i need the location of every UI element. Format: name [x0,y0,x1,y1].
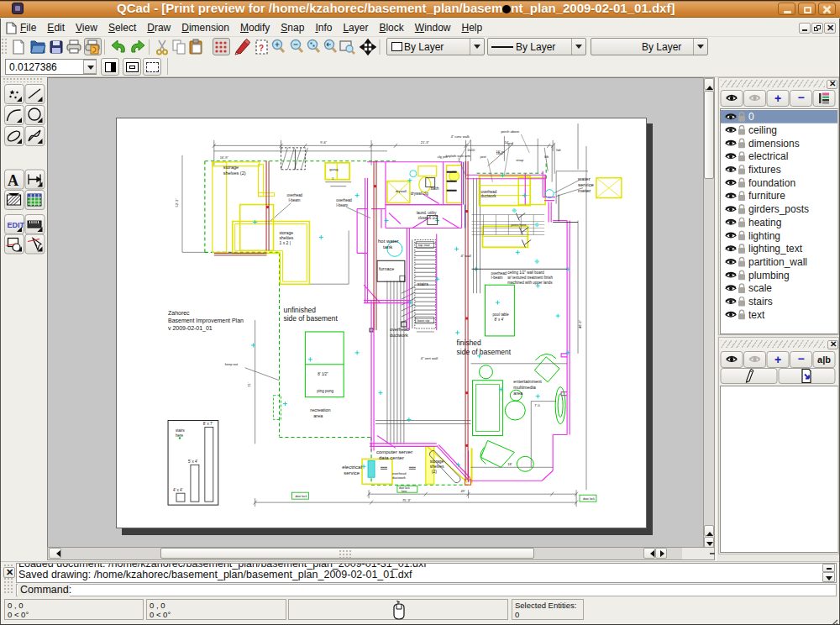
svg-text:+: + [774,92,781,105]
svg-text:−: − [797,91,804,104]
svg-text:keep out: keep out [225,362,239,366]
svg-text:Basement Improvement Plan: Basement Improvement Plan [168,318,244,324]
svg-text:hot water: hot water [378,239,399,244]
svg-text:+: + [774,353,781,366]
svg-text:5' x 4': 5' x 4' [188,460,198,464]
svg-text:electrical: electrical [748,150,788,162]
svg-text:text: text [748,309,765,321]
svg-text:1 x 2 |: 1 x 2 | [279,241,290,245]
svg-text:pool table: pool table [492,312,509,317]
svg-text:4' x 4': 4' x 4' [173,488,183,492]
svg-text:I-beam: I-beam [288,198,300,202]
svg-text:ductwork: ductwork [390,333,408,338]
svg-text:tank: tank [383,244,392,249]
svg-text:overhead: overhead [336,198,352,202]
svg-text:partition_wall: partition_wall [748,256,807,268]
svg-text:garag: garag [329,167,338,171]
svg-text:electrical: electrical [342,465,362,470]
svg-text:dimensions: dimensions [748,138,800,150]
svg-text:8' x 4': 8' x 4' [494,318,504,322]
svg-text:foundation: foundation [748,177,795,189]
svg-text:stairs: stairs [748,296,773,307]
svg-text:A: A [8,172,18,189]
svg-text:4" wall: 4" wall [461,254,471,258]
svg-text:ping pong: ping pong [317,389,333,393]
svg-text:49': 49' [461,489,465,493]
svg-text:(2): (2) [432,470,437,474]
svg-text:I-beam: I-beam [336,203,348,207]
svg-text:a|b: a|b [817,355,831,365]
svg-text:lighting_text: lighting_text [748,243,803,255]
svg-text:ceiling: ceiling [748,124,777,136]
svg-text:shelties: shelties [279,236,293,240]
svg-text:keylath safe arm: keylath safe arm [446,154,471,158]
svg-text:service: service [344,470,360,475]
svg-text:75'-3": 75'-3" [402,498,412,502]
svg-text:Zahorec: Zahorec [168,310,190,316]
svg-text:0: 0 [748,111,754,123]
svg-text:21'-3": 21'-3" [421,140,430,144]
svg-text:area: area [513,391,523,396]
svg-text:computer server: computer server [376,449,412,454]
svg-text:furnace: furnace [379,266,394,271]
svg-text:door lock: door lock [583,497,595,501]
svg-text:48'-6": 48'-6" [578,319,582,328]
svg-text:overhead: overhead [390,327,409,332]
svg-text:stairs: stairs [176,428,185,433]
svg-text:here: here [402,490,407,493]
svg-text:52'-3": 52'-3" [175,198,179,207]
svg-text:door lock: door lock [295,495,307,498]
svg-text:service: service [578,182,595,187]
svg-text:water: water [577,176,591,181]
svg-text:4" vert wall: 4" vert wall [421,356,438,360]
svg-text:joist: joist [480,155,487,159]
svg-text:area: area [313,413,323,418]
svg-text:w/ textured treatment finish: w/ textured treatment finish [507,276,553,280]
svg-text:clg jsts: clg jsts [438,155,448,159]
svg-text:porch above: porch above [501,129,520,134]
svg-text:scale: scale [748,282,772,294]
svg-text:drywall: drywall [396,189,407,193]
svg-text:9'-6": 9'-6" [320,140,327,144]
svg-text:hdr: hdr [556,148,561,152]
svg-text:5': 5' [332,177,334,181]
svg-text:fixtures: fixtures [748,164,781,176]
svg-text:stairs: stairs [417,281,428,286]
svg-text:girders_posts: girders_posts [748,203,809,215]
svg-text:closet 6 1/2': closet 6 1/2' [418,216,438,220]
svg-text:joists here: joists here [510,223,527,227]
svg-text:overhead: overhead [286,193,302,197]
svg-text:recreation: recreation [310,407,330,412]
svg-text:4" conc walk: 4" conc walk [451,134,470,139]
svg-text:blk: blk [544,155,549,159]
svg-text:2x10: 2x10 [468,148,475,152]
svg-text:entertainment: entertainment [513,379,542,384]
svg-text:EDIT: EDIT [8,221,25,229]
svg-text:?: ? [259,44,264,53]
svg-text:side of basement: side of basement [457,348,512,356]
svg-text:lower stp: lower stp [417,319,429,323]
svg-text:ductwork: ductwork [392,475,406,480]
svg-text:shelves (2): shelves (2) [223,171,246,176]
svg-text:31': 31' [247,382,251,386]
svg-text:side of basement: side of basement [283,314,338,323]
svg-text:finished: finished [457,339,481,347]
svg-text:lighting: lighting [748,230,780,242]
svg-text:18': 18' [507,462,512,466]
svg-text:plumbing: plumbing [748,270,790,281]
svg-text:8' x 7': 8' x 7' [203,422,213,426]
svg-text:top stair: top stair [418,243,431,247]
svg-text:16oc: 16oc [496,151,503,155]
svg-text:ceiling 1/2" wall board: ceiling 1/2" wall board [507,270,544,275]
svg-text:storage: storage [223,165,239,170]
svg-text:laund. utility: laund. utility [417,211,437,215]
svg-text:unfinished: unfinished [283,306,316,314]
svg-text:7'-0: 7'-0 [534,403,540,407]
svg-text:I-beam: I-beam [491,276,502,280]
svg-text:8' 1/2": 8' 1/2" [318,372,328,376]
svg-text:heating: heating [748,217,781,228]
svg-text:drywall clg: drywall clg [411,192,428,196]
svg-text:storage: storage [279,231,293,235]
svg-text:v 2009-02-01_01: v 2009-02-01_01 [168,325,213,332]
svg-text:data center: data center [379,455,404,460]
